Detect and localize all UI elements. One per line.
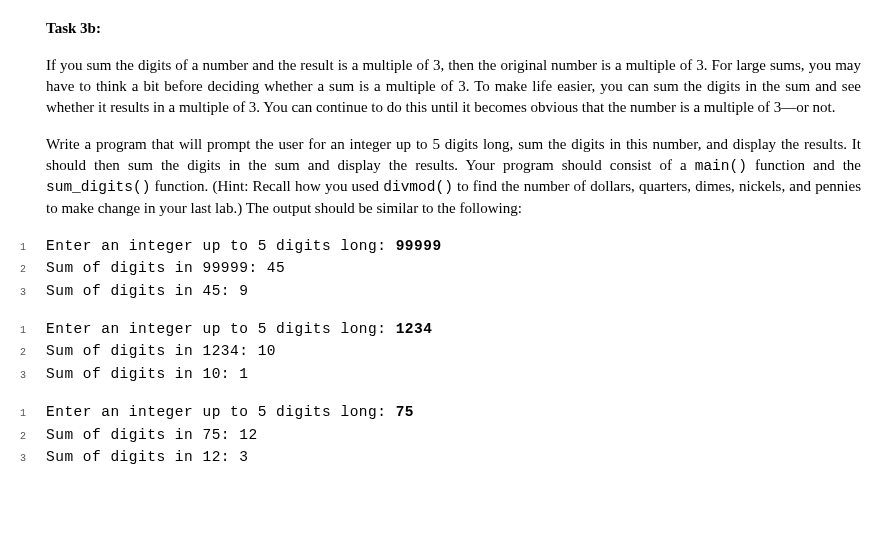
user-input: 75 [396, 404, 414, 420]
line-number: 2 [18, 345, 46, 361]
para2-text-3: function. (Hint: Recall how you used [150, 178, 383, 194]
line-number: 1 [18, 240, 46, 256]
code-line: 3 Sum of digits in 12: 3 [18, 446, 861, 468]
line-number: 3 [18, 451, 46, 467]
paragraph-1: If you sum the digits of a number and th… [46, 55, 861, 118]
line-number: 2 [18, 429, 46, 445]
code-example-1: 1 Enter an integer up to 5 digits long: … [18, 235, 861, 302]
line-number: 3 [18, 285, 46, 301]
code-text: Enter an integer up to 5 digits long: 12… [46, 318, 432, 340]
code-text: Sum of digits in 10: 1 [46, 363, 248, 385]
code-text: Sum of digits in 1234: 10 [46, 340, 276, 362]
code-text: Sum of digits in 99999: 45 [46, 257, 285, 279]
code-line: 1 Enter an integer up to 5 digits long: … [18, 318, 861, 340]
divmod-function-code: divmod() [383, 179, 453, 195]
code-line: 2 Sum of digits in 99999: 45 [18, 257, 861, 279]
user-input: 1234 [396, 321, 433, 337]
main-function-code: main() [695, 158, 747, 174]
code-line: 1 Enter an integer up to 5 digits long: … [18, 235, 861, 257]
line-number: 1 [18, 323, 46, 339]
code-line: 2 Sum of digits in 75: 12 [18, 424, 861, 446]
code-text: Sum of digits in 75: 12 [46, 424, 258, 446]
line-number: 3 [18, 368, 46, 384]
sumdigits-function-code: sum_digits() [46, 179, 150, 195]
paragraph-2: Write a program that will prompt the use… [46, 134, 861, 219]
code-text: Sum of digits in 45: 9 [46, 280, 248, 302]
line-number: 2 [18, 262, 46, 278]
code-text: Enter an integer up to 5 digits long: 75 [46, 401, 414, 423]
user-input: 99999 [396, 238, 442, 254]
code-line: 3 Sum of digits in 45: 9 [18, 280, 861, 302]
code-line: 3 Sum of digits in 10: 1 [18, 363, 861, 385]
code-line: 2 Sum of digits in 1234: 10 [18, 340, 861, 362]
code-example-2: 1 Enter an integer up to 5 digits long: … [18, 318, 861, 385]
code-text: Enter an integer up to 5 digits long: 99… [46, 235, 442, 257]
task-heading: Task 3b: [46, 18, 861, 39]
code-text: Sum of digits in 12: 3 [46, 446, 248, 468]
code-line: 1 Enter an integer up to 5 digits long: … [18, 401, 861, 423]
para2-text-2: function and the [747, 157, 861, 173]
code-example-3: 1 Enter an integer up to 5 digits long: … [18, 401, 861, 468]
line-number: 1 [18, 406, 46, 422]
